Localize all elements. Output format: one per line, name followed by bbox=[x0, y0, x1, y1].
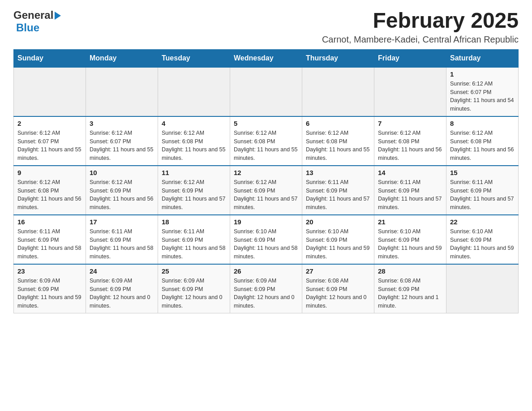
day-number: 28 bbox=[378, 267, 442, 275]
day-info: Sunrise: 6:12 AM Sunset: 6:07 PM Dayligh… bbox=[90, 129, 154, 163]
calendar-day-cell: 6Sunrise: 6:12 AM Sunset: 6:08 PM Daylig… bbox=[302, 116, 374, 166]
day-info: Sunrise: 6:09 AM Sunset: 6:09 PM Dayligh… bbox=[162, 277, 226, 310]
calendar-day-cell: 18Sunrise: 6:11 AM Sunset: 6:09 PM Dayli… bbox=[158, 215, 230, 264]
day-info: Sunrise: 6:11 AM Sunset: 6:09 PM Dayligh… bbox=[17, 227, 82, 261]
calendar-day-cell: 1Sunrise: 6:12 AM Sunset: 6:07 PM Daylig… bbox=[446, 67, 519, 116]
day-info: Sunrise: 6:12 AM Sunset: 6:08 PM Dayligh… bbox=[162, 129, 226, 163]
month-title: February 2025 bbox=[322, 9, 519, 33]
day-number: 26 bbox=[234, 267, 298, 275]
logo-general-text: General bbox=[13, 9, 53, 21]
calendar-day-cell: 22Sunrise: 6:10 AM Sunset: 6:09 PM Dayli… bbox=[446, 215, 519, 264]
day-info: Sunrise: 6:10 AM Sunset: 6:09 PM Dayligh… bbox=[306, 227, 370, 261]
calendar-day-cell: 11Sunrise: 6:12 AM Sunset: 6:09 PM Dayli… bbox=[158, 166, 230, 215]
logo-arrow-icon bbox=[55, 12, 61, 20]
day-info: Sunrise: 6:11 AM Sunset: 6:09 PM Dayligh… bbox=[306, 178, 370, 212]
calendar-day-cell: 2Sunrise: 6:12 AM Sunset: 6:07 PM Daylig… bbox=[14, 116, 86, 166]
location-title: Carnot, Mambere-Kadei, Central African R… bbox=[322, 34, 519, 45]
calendar-day-cell bbox=[446, 264, 519, 313]
day-number: 12 bbox=[234, 169, 298, 176]
day-info: Sunrise: 6:12 AM Sunset: 6:09 PM Dayligh… bbox=[162, 178, 226, 212]
calendar-day-cell: 8Sunrise: 6:12 AM Sunset: 6:08 PM Daylig… bbox=[446, 116, 519, 166]
day-number: 1 bbox=[450, 70, 515, 78]
calendar-week-row: 2Sunrise: 6:12 AM Sunset: 6:07 PM Daylig… bbox=[14, 116, 519, 166]
calendar-day-cell bbox=[86, 67, 158, 116]
day-info: Sunrise: 6:12 AM Sunset: 6:09 PM Dayligh… bbox=[90, 178, 154, 212]
day-number: 13 bbox=[306, 169, 370, 176]
day-info: Sunrise: 6:09 AM Sunset: 6:09 PM Dayligh… bbox=[90, 277, 154, 310]
weekday-header-tuesday: Tuesday bbox=[158, 49, 230, 67]
weekday-header-thursday: Thursday bbox=[302, 49, 374, 67]
day-number: 25 bbox=[162, 267, 226, 275]
calendar-day-cell bbox=[158, 67, 230, 116]
day-info: Sunrise: 6:10 AM Sunset: 6:09 PM Dayligh… bbox=[378, 227, 442, 261]
calendar-day-cell: 24Sunrise: 6:09 AM Sunset: 6:09 PM Dayli… bbox=[86, 264, 158, 313]
calendar-day-cell: 23Sunrise: 6:09 AM Sunset: 6:09 PM Dayli… bbox=[14, 264, 86, 313]
day-info: Sunrise: 6:11 AM Sunset: 6:09 PM Dayligh… bbox=[90, 227, 154, 261]
calendar-day-cell: 25Sunrise: 6:09 AM Sunset: 6:09 PM Dayli… bbox=[158, 264, 230, 313]
day-info: Sunrise: 6:08 AM Sunset: 6:09 PM Dayligh… bbox=[306, 277, 370, 310]
calendar-day-cell: 7Sunrise: 6:12 AM Sunset: 6:08 PM Daylig… bbox=[374, 116, 446, 166]
calendar-header-row: SundayMondayTuesdayWednesdayThursdayFrid… bbox=[14, 49, 519, 67]
day-number: 24 bbox=[90, 267, 154, 275]
day-info: Sunrise: 6:12 AM Sunset: 6:08 PM Dayligh… bbox=[234, 129, 298, 163]
calendar-day-cell: 28Sunrise: 6:08 AM Sunset: 6:09 PM Dayli… bbox=[374, 264, 446, 313]
header: General Blue February 2025 Carnot, Mambe… bbox=[13, 9, 519, 45]
day-number: 8 bbox=[450, 120, 515, 127]
calendar-week-row: 23Sunrise: 6:09 AM Sunset: 6:09 PM Dayli… bbox=[14, 264, 519, 313]
calendar-day-cell: 4Sunrise: 6:12 AM Sunset: 6:08 PM Daylig… bbox=[158, 116, 230, 166]
day-number: 5 bbox=[234, 120, 298, 127]
day-number: 19 bbox=[234, 218, 298, 226]
day-info: Sunrise: 6:12 AM Sunset: 6:09 PM Dayligh… bbox=[234, 178, 298, 212]
calendar-day-cell: 14Sunrise: 6:11 AM Sunset: 6:09 PM Dayli… bbox=[374, 166, 446, 215]
calendar-day-cell: 20Sunrise: 6:10 AM Sunset: 6:09 PM Dayli… bbox=[302, 215, 374, 264]
calendar-day-cell bbox=[374, 67, 446, 116]
calendar-day-cell: 27Sunrise: 6:08 AM Sunset: 6:09 PM Dayli… bbox=[302, 264, 374, 313]
day-number: 18 bbox=[162, 218, 226, 226]
calendar-day-cell bbox=[14, 67, 86, 116]
day-number: 9 bbox=[17, 169, 82, 176]
calendar-week-row: 16Sunrise: 6:11 AM Sunset: 6:09 PM Dayli… bbox=[14, 215, 519, 264]
calendar-day-cell: 9Sunrise: 6:12 AM Sunset: 6:08 PM Daylig… bbox=[14, 166, 86, 215]
calendar-day-cell: 17Sunrise: 6:11 AM Sunset: 6:09 PM Dayli… bbox=[86, 215, 158, 264]
day-info: Sunrise: 6:09 AM Sunset: 6:09 PM Dayligh… bbox=[17, 277, 82, 310]
calendar-day-cell: 21Sunrise: 6:10 AM Sunset: 6:09 PM Dayli… bbox=[374, 215, 446, 264]
calendar-week-row: 1Sunrise: 6:12 AM Sunset: 6:07 PM Daylig… bbox=[14, 67, 519, 116]
day-number: 6 bbox=[306, 120, 370, 127]
day-number: 14 bbox=[378, 169, 442, 176]
day-info: Sunrise: 6:10 AM Sunset: 6:09 PM Dayligh… bbox=[234, 227, 298, 261]
day-number: 23 bbox=[17, 267, 82, 275]
weekday-header-saturday: Saturday bbox=[446, 49, 519, 67]
day-number: 20 bbox=[306, 218, 370, 226]
day-number: 3 bbox=[90, 120, 154, 127]
day-info: Sunrise: 6:09 AM Sunset: 6:09 PM Dayligh… bbox=[234, 277, 298, 310]
logo-blue-text: Blue bbox=[16, 21, 39, 34]
calendar-day-cell: 3Sunrise: 6:12 AM Sunset: 6:07 PM Daylig… bbox=[86, 116, 158, 166]
day-number: 10 bbox=[90, 169, 154, 176]
day-number: 11 bbox=[162, 169, 226, 176]
day-info: Sunrise: 6:11 AM Sunset: 6:09 PM Dayligh… bbox=[162, 227, 226, 261]
day-number: 16 bbox=[17, 218, 82, 226]
weekday-header-wednesday: Wednesday bbox=[230, 49, 302, 67]
weekday-header-monday: Monday bbox=[86, 49, 158, 67]
calendar-day-cell bbox=[302, 67, 374, 116]
calendar-day-cell: 5Sunrise: 6:12 AM Sunset: 6:08 PM Daylig… bbox=[230, 116, 302, 166]
day-number: 15 bbox=[450, 169, 515, 176]
calendar-day-cell bbox=[230, 67, 302, 116]
day-info: Sunrise: 6:12 AM Sunset: 6:07 PM Dayligh… bbox=[17, 129, 82, 163]
day-number: 17 bbox=[90, 218, 154, 226]
day-number: 7 bbox=[378, 120, 442, 127]
day-info: Sunrise: 6:11 AM Sunset: 6:09 PM Dayligh… bbox=[378, 178, 442, 212]
day-info: Sunrise: 6:11 AM Sunset: 6:09 PM Dayligh… bbox=[450, 178, 515, 212]
calendar-day-cell: 15Sunrise: 6:11 AM Sunset: 6:09 PM Dayli… bbox=[446, 166, 519, 215]
weekday-header-friday: Friday bbox=[374, 49, 446, 67]
day-number: 21 bbox=[378, 218, 442, 226]
calendar-day-cell: 12Sunrise: 6:12 AM Sunset: 6:09 PM Dayli… bbox=[230, 166, 302, 215]
weekday-header-sunday: Sunday bbox=[14, 49, 86, 67]
day-info: Sunrise: 6:08 AM Sunset: 6:09 PM Dayligh… bbox=[378, 277, 442, 310]
calendar-day-cell: 10Sunrise: 6:12 AM Sunset: 6:09 PM Dayli… bbox=[86, 166, 158, 215]
day-info: Sunrise: 6:12 AM Sunset: 6:07 PM Dayligh… bbox=[450, 80, 515, 113]
day-number: 2 bbox=[17, 120, 82, 127]
title-area: February 2025 Carnot, Mambere-Kadei, Cen… bbox=[322, 9, 519, 45]
calendar-table: SundayMondayTuesdayWednesdayThursdayFrid… bbox=[13, 49, 519, 313]
day-number: 27 bbox=[306, 267, 370, 275]
